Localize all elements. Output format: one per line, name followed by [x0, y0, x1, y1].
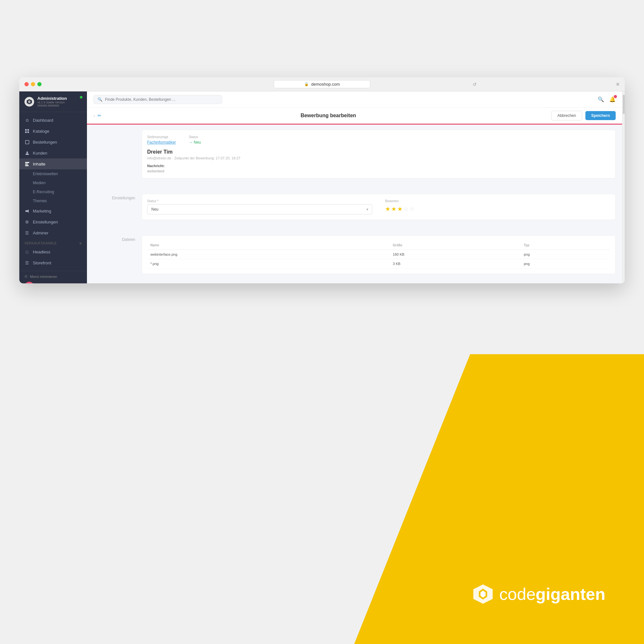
col-groesse: Größe	[390, 241, 521, 250]
sidebar-subitem-erlebniswelten[interactable]: Erlebniswelten	[19, 169, 87, 178]
svg-rect-6	[27, 129, 29, 131]
file-size: 3 KB	[390, 259, 521, 269]
sidebar-item-storefront[interactable]: ☰ Storefront	[19, 257, 87, 268]
browser-traffic-lights	[24, 82, 42, 86]
svg-rect-8	[27, 131, 29, 133]
sidebar-item-label: Inhalte	[33, 162, 45, 166]
dateien-section-row: Dateien Name Größe Typ	[87, 230, 622, 283]
svg-rect-7	[25, 131, 27, 133]
sidebar-subitem-medien[interactable]: Medien	[19, 178, 87, 187]
applicant-card: Stellenanzeige Fachinformatiker Status →…	[142, 130, 616, 178]
rating-stars[interactable]: ★ ★ ★ ☆ ☆	[385, 205, 610, 213]
svg-rect-12	[25, 164, 28, 165]
applicant-msg-label: Nachricht:	[147, 164, 610, 168]
scrollbar-thumb	[623, 95, 625, 114]
topbar-icons: 🔍 🔔	[598, 96, 616, 102]
page-title: Bewerbung bearbeiten	[105, 113, 551, 118]
back-button[interactable]: ‹	[93, 113, 95, 118]
sidebar-item-dashboard[interactable]: ⊙ Dashboard	[19, 115, 87, 126]
applicant-section-content: Stellenanzeige Fachinformatiker Status →…	[142, 130, 616, 184]
sidebar-item-label: Storefront	[33, 260, 51, 265]
einstellungen-section-row: Einstellungen Status * Neu In Bearbeitun…	[87, 189, 622, 230]
sidebar-status-dot	[80, 96, 82, 99]
status-value: → Neu	[189, 140, 201, 145]
einstellungen-section-label: Einstellungen	[93, 194, 135, 200]
sidebar-item-label: Headless	[33, 250, 50, 254]
files-table: Name Größe Typ webinterface.png 160 KB	[147, 241, 610, 269]
bewerten-form-group: Bewerten ★ ★ ★ ☆ ☆	[385, 199, 610, 213]
sidebar-item-headless[interactable]: □ Headless	[19, 246, 87, 257]
status-form-group: Status * Neu In Bearbeitung Abgelehnt Ak…	[147, 199, 372, 214]
minimize-menu-button[interactable]: ⊙ Menü minimieren	[24, 274, 82, 279]
notification-bell-icon[interactable]: 🔔	[609, 96, 616, 102]
dateien-card: Name Größe Typ webinterface.png 160 KB	[142, 235, 616, 274]
sidebar-item-label: Kataloge	[33, 129, 49, 134]
star-2[interactable]: ★	[391, 205, 396, 213]
sidebar-item-inhalte[interactable]: Inhalte	[19, 158, 87, 169]
star-3[interactable]: ★	[397, 205, 403, 213]
search-icon-top[interactable]: 🔍	[598, 96, 604, 102]
file-name: *.png	[147, 259, 390, 269]
stellenanzeige-label: Stellenanzeige	[147, 135, 176, 139]
url-text: demoshop.com	[311, 82, 340, 87]
file-size: 160 KB	[390, 250, 521, 259]
sidebar-item-label: Adminer	[33, 231, 48, 235]
card-meta: Stellenanzeige Fachinformatiker Status →…	[147, 135, 610, 145]
sidebar-title-block: Administration v6.1.9 Stable Version 999…	[37, 96, 82, 107]
col-name: Name	[147, 241, 390, 250]
bewerten-label: Bewerten	[385, 199, 610, 203]
star-5[interactable]: ☆	[410, 205, 415, 213]
table-row: webinterface.png 160 KB png	[147, 250, 610, 259]
marketing-icon	[24, 208, 30, 213]
applicant-section-label	[93, 130, 135, 132]
sidebar-item-kunden[interactable]: Kunden	[19, 147, 87, 158]
einstellungen-section-content: Status * Neu In Bearbeitung Abgelehnt Ak…	[142, 194, 616, 225]
einstellungen-card: Status * Neu In Bearbeitung Abgelehnt Ak…	[142, 194, 616, 220]
stellenanzeige-value[interactable]: Fachinformatiker	[147, 140, 176, 145]
maximize-button[interactable]	[37, 82, 42, 86]
sidebar-item-adminer[interactable]: ☰ Adminer	[19, 227, 87, 238]
ssl-lock-icon: 🔒	[304, 82, 309, 86]
sidebar-admin-title: Administration	[37, 96, 82, 101]
cancel-button[interactable]: Abbrechen	[551, 111, 582, 120]
sidebar-subitem-e-recruiting[interactable]: E-Recruiting	[19, 187, 87, 196]
star-1[interactable]: ★	[385, 205, 390, 213]
close-button[interactable]	[24, 82, 29, 86]
star-4[interactable]: ☆	[403, 205, 409, 213]
status-label: Status	[189, 135, 201, 139]
admin-avatar: A	[24, 282, 34, 283]
save-button[interactable]: Speichern	[585, 111, 616, 120]
add-sales-channel-icon[interactable]: ⊕	[79, 241, 82, 245]
status-select[interactable]: Neu In Bearbeitung Abgelehnt Akzeptiert	[147, 204, 372, 214]
sidebar-subitem-themes[interactable]: Themes	[19, 196, 87, 205]
topbar: 🔍 🔍 🔔	[87, 91, 622, 108]
svg-rect-11	[25, 162, 29, 163]
applicant-msg: asdasdasd	[147, 169, 610, 173]
sidebar-item-label: Marketing	[33, 209, 51, 213]
minimize-button[interactable]	[31, 82, 35, 86]
refresh-icon[interactable]: ↺	[473, 82, 477, 87]
sidebar-item-kataloge[interactable]: Kataloge	[19, 126, 87, 137]
sidebar-item-einstellungen[interactable]: ⚙ Einstellungen	[19, 216, 87, 227]
svg-rect-9	[25, 140, 29, 144]
search-input[interactable]	[105, 97, 218, 102]
search-bar[interactable]: 🔍	[93, 95, 222, 104]
sidebar-item-marketing[interactable]: Marketing	[19, 205, 87, 216]
file-type: png	[521, 259, 610, 269]
edit-icon[interactable]: ✏	[98, 113, 101, 118]
inhalte-icon	[24, 161, 30, 166]
scrollbar[interactable]	[622, 91, 625, 283]
browser-menu-icon[interactable]: ≡	[616, 81, 620, 87]
address-bar[interactable]: 🔒 demoshop.com	[274, 80, 370, 88]
minimize-icon: ⊙	[24, 274, 27, 279]
status-block: Status → Neu	[189, 135, 201, 145]
sidebar-nav: ⊙ Dashboard Kataloge Bestellungen	[19, 112, 87, 271]
search-icon: 🔍	[98, 97, 102, 102]
dateien-section-label: Dateien	[93, 235, 135, 242]
sidebar: Administration v6.1.9 Stable Version 999…	[19, 91, 87, 283]
applicant-section-row: Stellenanzeige Fachinformatiker Status →…	[87, 125, 622, 189]
sidebar-version: v6.1.9 Stable Version 999999.9999999	[37, 101, 82, 107]
sidebar-item-bestellungen[interactable]: Bestellungen	[19, 137, 87, 147]
admin-user-area: A admin Administrator ▲	[24, 282, 82, 283]
brand-name: codegiganten	[499, 584, 605, 604]
